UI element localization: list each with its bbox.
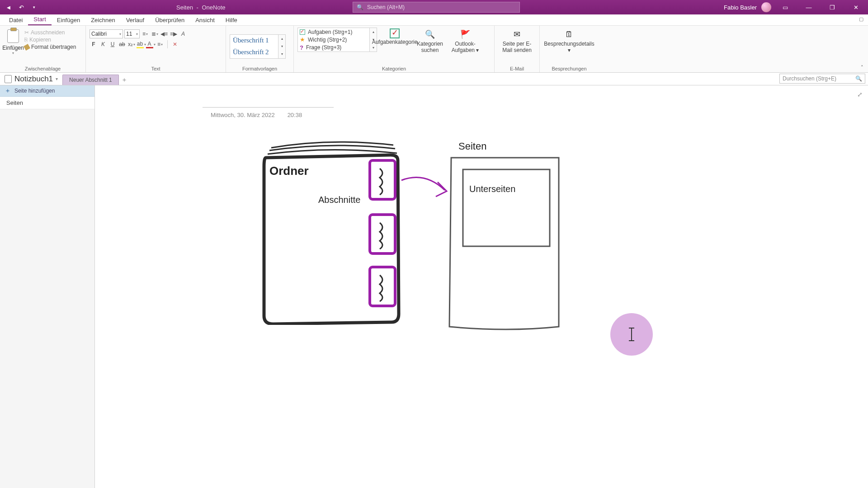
font-name-select[interactable]: Calibri▾: [90, 29, 123, 38]
paste-button[interactable]: Einfügen ▾: [4, 28, 23, 55]
group-label-meetings: Besprechungen: [543, 65, 595, 71]
subscript-button[interactable]: x₂: [127, 40, 136, 48]
menu-bar: Datei Start Einfügen Zeichnen Verlauf Üb…: [0, 14, 868, 26]
section-tab[interactable]: Neuer Abschnitt 1: [62, 75, 119, 85]
clipboard-icon: [7, 29, 19, 43]
calendar-icon: 🗓: [563, 28, 576, 40]
menu-zeichnen[interactable]: Zeichnen: [85, 15, 120, 25]
question-icon: ?: [300, 44, 303, 51]
scissors-icon: ✂: [24, 29, 29, 36]
bullets-button[interactable]: ≡: [141, 30, 149, 38]
search-icon: 🔍: [357, 4, 363, 10]
styles-scroll[interactable]: ▴▾▾: [278, 34, 286, 59]
star-icon: ★: [300, 36, 305, 43]
page-canvas[interactable]: Mittwoch, 30. März 2022 20:38 ⤢: [95, 85, 868, 488]
style-heading2[interactable]: Überschrift 2: [230, 47, 278, 58]
numbering-button[interactable]: ≣: [151, 30, 159, 38]
italic-button[interactable]: K: [99, 40, 107, 48]
font-color-button[interactable]: A: [146, 40, 155, 48]
cut-button[interactable]: ✂Ausschneiden: [24, 29, 76, 36]
svg-rect-3: [463, 169, 550, 246]
label-seiten: Seiten: [458, 141, 486, 152]
text-cursor-icon: [631, 328, 632, 341]
paste-label: Einfügen: [2, 45, 24, 51]
group-label-text: Text: [90, 65, 222, 71]
window-title: Seiten - OneNote: [176, 4, 226, 11]
paintbrush-icon: [24, 43, 30, 50]
collapse-ribbon-button[interactable]: ˄: [861, 65, 863, 70]
tag-question[interactable]: ?Frage (Strg+3): [298, 44, 369, 52]
label-unterseiten: Unterseiten: [469, 184, 515, 194]
menu-ansicht[interactable]: Ansicht: [190, 15, 220, 25]
add-page-label: Seite hinzufügen: [14, 88, 55, 94]
tag-important[interactable]: ★Wichtig (Strg+2): [298, 36, 369, 43]
align-button[interactable]: ≡: [156, 40, 164, 48]
email-page-button[interactable]: ✉ Seite per E-Mail senden: [498, 28, 536, 54]
format-painter-button[interactable]: Format übertragen: [24, 44, 76, 50]
group-styles: Überschrift 1 Überschrift 2 ▴▾▾ Formatvo…: [226, 26, 294, 72]
group-label-email: E-Mail: [498, 65, 536, 71]
highlight-button[interactable]: ab: [137, 40, 145, 48]
clear-format-button[interactable]: A: [179, 30, 187, 38]
tags-gallery[interactable]: Aufgaben (Strg+1) ★Wichtig (Strg+2) ?Fra…: [297, 28, 370, 52]
menu-hilfe[interactable]: Hilfe: [220, 15, 243, 25]
minimize-button[interactable]: ―: [799, 0, 818, 14]
group-clipboard: Einfügen ▾ ✂Ausschneiden ⎘Kopieren Forma…: [0, 26, 86, 72]
avatar[interactable]: [761, 2, 771, 12]
notebook-search-placeholder: Durchsuchen (Strg+E): [783, 75, 836, 82]
drawing-section-tabs: [366, 158, 402, 320]
bold-button[interactable]: F: [90, 40, 98, 48]
indent-button[interactable]: ≡▶: [170, 30, 178, 38]
menu-start[interactable]: Start: [28, 14, 51, 25]
fullscreen-icon[interactable]: ⤢: [857, 91, 863, 98]
outdent-button[interactable]: ◀≡: [160, 30, 168, 38]
plus-icon: ＋: [5, 88, 11, 94]
font-size-select[interactable]: 11▾: [124, 29, 140, 38]
style-heading1[interactable]: Überschrift 1: [230, 35, 278, 47]
close-button[interactable]: ✕: [846, 0, 865, 14]
user-name[interactable]: Fabio Basler: [724, 4, 757, 11]
notebook-dropdown[interactable]: Notizbuch1 ▾: [0, 73, 62, 85]
main-area: ＋ Seite hinzufügen Seiten Mittwoch, 30. …: [0, 85, 868, 488]
page-list-item[interactable]: Seiten: [0, 97, 94, 109]
title-bar: ◄ ↶ ▾ Seiten - OneNote 🔍 Suchen (Alt+M) …: [0, 0, 868, 14]
ribbon: Einfügen ▾ ✂Ausschneiden ⎘Kopieren Forma…: [0, 26, 868, 73]
back-button[interactable]: ◄: [4, 2, 14, 12]
quick-access-dropdown[interactable]: ▾: [29, 2, 39, 12]
search-icon: 🔍: [855, 75, 862, 82]
delete-button[interactable]: ✕: [171, 40, 179, 48]
menu-einfuegen[interactable]: Einfügen: [52, 15, 85, 25]
menu-ueberpruefen[interactable]: Überprüfen: [150, 15, 190, 25]
page-time: 20:38: [288, 112, 302, 118]
copy-button[interactable]: ⎘Kopieren: [24, 37, 76, 43]
page-timestamp: Mittwoch, 30. März 2022 20:38: [211, 112, 302, 118]
global-search[interactable]: 🔍 Suchen (Alt+M): [353, 2, 520, 13]
group-text: Calibri▾ 11▾ ≡ ≣ ◀≡ ≡▶ A F K U ab x₂ ab …: [86, 26, 226, 72]
add-section-button[interactable]: ＋: [119, 75, 130, 85]
cursor-highlight: [610, 313, 653, 356]
label-abschnitte: Abschnitte: [318, 195, 360, 205]
notebook-bar: Notizbuch1 ▾ Neuer Abschnitt 1 ＋ Durchsu…: [0, 73, 868, 85]
notebook-search[interactable]: Durchsuchen (Strg+E) 🔍: [779, 74, 865, 84]
task-category-button[interactable]: ✓ Aufgabenkategorie: [377, 28, 412, 46]
tag-todo[interactable]: Aufgaben (Strg+1): [298, 28, 369, 36]
ribbon-display-options[interactable]: ▭: [776, 0, 795, 14]
outlook-tasks-button[interactable]: 🚩 Outlook-Aufgaben ▾: [448, 28, 483, 54]
label-ordner: Ordner: [269, 164, 309, 178]
styles-gallery[interactable]: Überschrift 1 Überschrift 2: [230, 34, 278, 59]
share-button[interactable]: ▢: [859, 16, 863, 22]
underline-button[interactable]: U: [108, 40, 117, 48]
group-label-tags: Kategorien: [297, 65, 491, 71]
pages-panel: ＋ Seite hinzufügen Seiten: [0, 85, 95, 488]
group-label-styles: Formatvorlagen: [230, 65, 290, 71]
add-page-button[interactable]: ＋ Seite hinzufügen: [0, 85, 94, 97]
find-tags-button[interactable]: 🔍 Kategorien suchen: [412, 28, 448, 54]
maximize-button[interactable]: ❐: [823, 0, 842, 14]
undo-button[interactable]: ↶: [16, 2, 26, 12]
strike-button[interactable]: ab: [118, 40, 126, 48]
menu-verlauf[interactable]: Verlauf: [121, 15, 150, 25]
title-underline: [203, 107, 334, 108]
menu-datei[interactable]: Datei: [4, 15, 28, 25]
group-email: ✉ Seite per E-Mail senden E-Mail: [495, 26, 540, 72]
meeting-details-button[interactable]: 🗓 Besprechungsdetails ▾: [543, 28, 595, 54]
